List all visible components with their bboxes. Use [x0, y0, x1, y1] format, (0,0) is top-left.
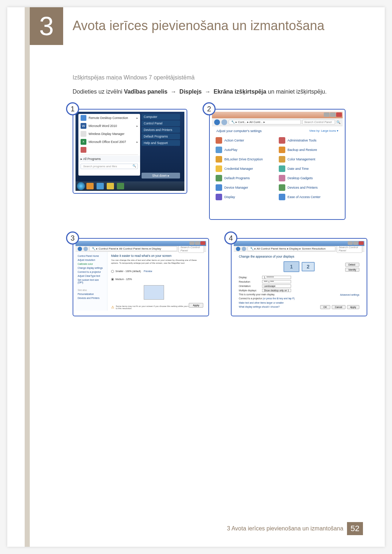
cp-item[interactable]: Default Programs: [216, 173, 276, 183]
start-orb-icon[interactable]: [77, 182, 85, 190]
identify-button[interactable]: Identify: [345, 268, 359, 272]
projector-link[interactable]: Connect to a projector (or press the ⊞ k…: [239, 297, 359, 300]
monitor-1-icon[interactable]: 1: [283, 261, 299, 272]
breadcrumb[interactable]: 🔧 ▸ Cont... ▸ All Contr... ▸: [229, 120, 301, 124]
panel-heading: Change the appearance of your displays: [239, 255, 359, 258]
close-icon[interactable]: [336, 112, 342, 117]
maximize-icon[interactable]: [353, 241, 358, 245]
forward-icon[interactable]: [242, 247, 246, 251]
cp-item[interactable]: Credential Manager: [216, 164, 276, 173]
cp-item[interactable]: Display: [216, 192, 276, 202]
menu-item[interactable]: [78, 146, 140, 154]
back-icon[interactable]: [214, 119, 220, 125]
taskbar-icon[interactable]: [117, 183, 124, 189]
display-select[interactable]: 1. ********: [262, 276, 291, 279]
monitor-preview: [144, 285, 164, 300]
resolution-select[interactable]: **** × ****: [262, 280, 291, 283]
ok-button[interactable]: OK: [320, 305, 330, 309]
screenshot-screen-resolution: 🔧 ▸ All Control Panel Items ▸ Display ▸ …: [234, 241, 364, 313]
cp-item[interactable]: Desktop Gadgets: [279, 173, 339, 183]
minimize-icon[interactable]: [189, 241, 195, 245]
multi-display-select[interactable]: Show desktop only on 1: [262, 289, 291, 292]
sidebar-accent: [25, 7, 30, 547]
cp-item[interactable]: AutoPlay: [216, 145, 276, 155]
cancel-button[interactable]: Cancel: [332, 305, 346, 309]
breadcrumb[interactable]: 🔧 ▸ Control Panel ▸ All Control Panel It…: [89, 246, 177, 251]
menu-item[interactable]: Help and Support: [142, 140, 180, 146]
cp-heading: Adjust your computer's settings: [216, 129, 262, 133]
taskbar-icon[interactable]: [97, 183, 104, 189]
step-badge-4: 4: [224, 231, 237, 245]
apply-button[interactable]: Apply: [347, 305, 359, 309]
menu-item[interactable]: Computer: [142, 114, 180, 120]
warning-icon: ⚠: [111, 305, 114, 309]
cp-left-col: Action CenterAutoPlayBitLocker Drive Enc…: [216, 136, 276, 202]
menu-item[interactable]: Control Panel: [142, 120, 180, 126]
search-input[interactable]: Search programs and files: [81, 164, 138, 169]
menu-item[interactable]: Wireless Display Manager: [78, 130, 140, 138]
side-link[interactable]: Adjust resolution: [77, 258, 106, 262]
forward-icon[interactable]: [83, 247, 88, 251]
cp-item[interactable]: Backup and Restore: [279, 145, 339, 155]
taskbar-icon[interactable]: [86, 183, 94, 189]
chapter-badge: 3: [30, 7, 63, 45]
step-badge-3: 3: [66, 231, 79, 245]
back-icon[interactable]: [78, 247, 82, 251]
minimize-icon[interactable]: [324, 112, 330, 117]
forward-icon[interactable]: [221, 119, 227, 125]
cp-item[interactable]: Action Center: [216, 136, 276, 145]
cp-item[interactable]: Devices and Printers: [279, 183, 339, 192]
monitor-2-icon[interactable]: 2: [302, 262, 315, 271]
advanced-link[interactable]: Advanced settings: [340, 294, 359, 296]
search-input[interactable]: Search Control Panel: [302, 120, 335, 124]
cp-item[interactable]: Device Manager: [216, 183, 276, 192]
close-icon[interactable]: [200, 241, 205, 245]
screenshot-control-panel: 🔧 ▸ Cont... ▸ All Contr... ▸ Search Cont…: [212, 112, 343, 217]
preview-link[interactable]: Preview: [144, 270, 152, 272]
menu-item[interactable]: Default Programs: [142, 134, 180, 139]
breadcrumb[interactable]: 🔧 ▸ All Control Panel Items ▸ Display ▸ …: [248, 246, 335, 251]
minimize-icon[interactable]: [348, 241, 353, 245]
apply-button[interactable]: Apply: [189, 303, 203, 308]
field-label: Display:: [239, 276, 262, 279]
side-link[interactable]: Connect to a projector: [77, 270, 106, 274]
field-label: Multiple displays:: [239, 289, 262, 292]
text-size-link[interactable]: Make text and other items larger or smal…: [239, 301, 359, 304]
step-badge-1: 1: [66, 102, 79, 115]
close-icon[interactable]: [359, 241, 364, 245]
side-link[interactable]: Set custom text size (DPI): [77, 278, 106, 284]
back-icon[interactable]: [236, 247, 240, 251]
maximize-icon[interactable]: [195, 241, 200, 245]
window-titlebar: [75, 241, 206, 246]
cp-item[interactable]: Color Management: [279, 155, 339, 164]
side-link[interactable]: Calibrate color: [77, 262, 106, 266]
radio-label: Smaller - 100% (default): [115, 270, 141, 272]
detect-button[interactable]: Detect: [345, 263, 359, 267]
cp-item[interactable]: Date and Time: [279, 164, 339, 173]
search-icon[interactable]: 🔍: [336, 120, 340, 124]
side-link[interactable]: Change display settings: [77, 266, 106, 270]
menu-item[interactable]: XMicrosoft Office Excel 2007▸: [78, 138, 140, 146]
cp-item[interactable]: Administrative Tools: [279, 136, 339, 145]
side-link[interactable]: Adjust ClearType text: [77, 274, 106, 278]
side-link[interactable]: Personalization: [77, 292, 106, 296]
shutdown-button[interactable]: Shut down ▸: [142, 173, 180, 178]
menu-item[interactable]: WMicrosoft Word 2010▸: [78, 122, 140, 130]
viewby-label[interactable]: View by: Large icons ▾: [309, 129, 338, 133]
cp-item[interactable]: Ease of Access Center: [279, 192, 339, 202]
taskbar-icon[interactable]: [107, 183, 114, 189]
maximize-icon[interactable]: [330, 112, 336, 117]
radio[interactable]: [111, 278, 114, 281]
side-link[interactable]: Control Panel Home: [77, 254, 106, 258]
all-programs[interactable]: ▸ All Programs: [78, 156, 140, 162]
menu-item[interactable]: Devices and Printers: [142, 127, 180, 133]
orientation-select[interactable]: Landscape: [262, 284, 291, 288]
menu-item[interactable]: Remote Desktop Connection▸: [78, 114, 140, 122]
panel-text: You can change the size of text and othe…: [111, 259, 203, 265]
window-titlebar: [234, 241, 364, 246]
cp-item[interactable]: BitLocker Drive Encryption: [216, 155, 276, 164]
window-titlebar: [212, 112, 343, 118]
side-link[interactable]: Devices and Printers: [77, 296, 106, 300]
radio[interactable]: [111, 270, 114, 273]
instruction-text: Dodieties uz izvēlni Vadības panelis → D…: [73, 87, 352, 96]
